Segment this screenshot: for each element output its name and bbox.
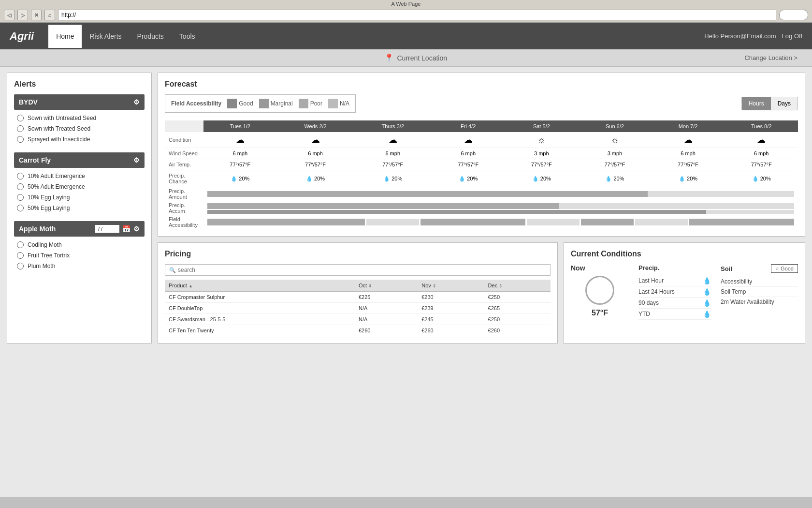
calendar-icon[interactable]: 📅 xyxy=(122,225,130,233)
condition-7: ☁ xyxy=(725,132,798,148)
na-label: N/A xyxy=(340,100,349,107)
logoff-link[interactable]: Log Off xyxy=(782,32,802,40)
list-item: Soil Temp xyxy=(721,287,798,297)
dec-col-header[interactable]: Dec ⇕ xyxy=(484,280,551,292)
bydv-label: BYDV xyxy=(19,98,38,106)
sun-icon: ☼ xyxy=(537,135,546,145)
temp-4: 77°/57°F xyxy=(505,159,579,170)
checkbox-circle[interactable] xyxy=(17,241,24,248)
condition-1: ☁ xyxy=(277,132,354,148)
nav-risk-alerts[interactable]: Risk Alerts xyxy=(82,25,129,48)
nav-tools[interactable]: Tools xyxy=(172,25,203,48)
bydv-header: BYDV ⚙ xyxy=(14,94,145,110)
precip-accum-label: Precip. Accum xyxy=(165,201,203,215)
list-item: 10% Adult Emergence xyxy=(14,171,145,181)
checkbox-circle[interactable] xyxy=(17,183,24,190)
legend-container: Field Accessibility Good Marginal Poor xyxy=(165,94,356,113)
temp-0: 77°/57°F xyxy=(203,159,277,170)
precip-2: 💧 20% xyxy=(354,170,432,187)
checkbox-circle[interactable] xyxy=(17,136,24,143)
list-item: Sown with Treated Seed xyxy=(14,123,145,134)
checkbox-circle[interactable] xyxy=(17,194,24,201)
location-bar: 📍 Current Location Change Location > xyxy=(0,49,812,67)
stop-button[interactable]: ✕ xyxy=(31,10,42,20)
forecast-table: Tues 1/2 Weds 2/2 Thurs 3/2 Fri 4/2 Sat … xyxy=(165,120,798,229)
sidebar-title: Alerts xyxy=(14,80,145,89)
list-item: 50% Adult Emergence xyxy=(14,181,145,192)
dec-price-0: €250 xyxy=(484,292,551,303)
precip-chance-label: Precip. Chance xyxy=(165,170,203,187)
condition-label: Condition xyxy=(165,132,203,148)
conditions-title: Current Conditions xyxy=(571,250,798,258)
checkbox-circle[interactable] xyxy=(17,263,24,269)
radio-icon: ○ xyxy=(775,266,779,271)
weather-circle-icon xyxy=(585,276,614,305)
precip-title: Precip. xyxy=(638,264,711,271)
sidebar: Alerts BYDV ⚙ Sown with Untreated Seed S… xyxy=(7,73,152,344)
air-temp-label: Air Temp. xyxy=(165,159,203,170)
temp-2: 77°/57°F xyxy=(354,159,432,170)
soil-title: Soil xyxy=(721,265,732,272)
temp-7: 77°/57°F xyxy=(725,159,798,170)
precip-amount-label: Precip. Amount xyxy=(165,187,203,201)
pricing-search-input[interactable] xyxy=(178,267,546,273)
list-item: Fruit Tree Tortrix xyxy=(14,250,145,261)
checkbox-circle[interactable] xyxy=(17,173,24,179)
precip-amount-bar xyxy=(203,187,798,201)
marginal-swatch xyxy=(259,99,269,108)
address-bar[interactable] xyxy=(58,10,776,20)
hours-days-toggle: Hours Days xyxy=(741,97,798,110)
last-hour-label: Last Hour xyxy=(638,277,664,284)
drop-icon: 💧 xyxy=(703,299,711,307)
nav-home[interactable]: Home xyxy=(48,25,82,48)
oct-col-header[interactable]: Oct ⇕ xyxy=(355,280,418,292)
dec-price-2: €250 xyxy=(484,314,551,325)
conditions-soil: Soil ○ Good Accessibility Soil Temp xyxy=(721,264,798,320)
dec-price-1: €265 xyxy=(484,303,551,314)
cloud-icon: ☁ xyxy=(236,135,245,145)
item-label: Codling Moth xyxy=(28,241,62,248)
list-item: 50% Egg Laying xyxy=(14,203,145,213)
checkbox-circle[interactable] xyxy=(17,205,24,211)
cloud-icon: ☁ xyxy=(389,135,397,145)
legend-good: Good xyxy=(227,99,253,108)
col-header-2: Thurs 3/2 xyxy=(354,120,432,132)
main-content: Alerts BYDV ⚙ Sown with Untreated Seed S… xyxy=(0,67,812,349)
back-button[interactable]: ◁ xyxy=(4,10,14,20)
checkbox-circle[interactable] xyxy=(17,115,24,121)
browser-search[interactable] xyxy=(779,10,808,20)
col-header-7: Tues 8/2 xyxy=(725,120,798,132)
temp-3: 77°/57°F xyxy=(432,159,505,170)
legend-poor: Poor xyxy=(299,99,322,108)
days-button[interactable]: Days xyxy=(771,97,798,110)
precip-6: 💧 20% xyxy=(652,170,725,187)
conditions-precip: Precip. Last Hour 💧 Last 24 Hours 💧 90 d… xyxy=(638,264,711,320)
apple-moth-date-input[interactable] xyxy=(95,225,119,233)
oct-price-3: €260 xyxy=(355,325,418,336)
wind-2: 6 mph xyxy=(354,148,432,159)
checkbox-circle[interactable] xyxy=(17,252,24,259)
product-name-3: CF Ten Ten Twenty xyxy=(165,325,355,336)
bydv-gear-icon[interactable]: ⚙ xyxy=(133,98,140,106)
home-button[interactable]: ⌂ xyxy=(44,10,55,20)
checkbox-circle[interactable] xyxy=(17,125,24,132)
col-header-0: Tues 1/2 xyxy=(203,120,277,132)
temperature-display: 57°F xyxy=(592,309,608,317)
legend-na: N/A xyxy=(328,99,349,108)
cloud-icon: ☁ xyxy=(464,135,473,145)
carrot-fly-gear-icon[interactable]: ⚙ xyxy=(133,156,140,164)
sort-icon: ⇕ xyxy=(433,284,436,288)
hours-button[interactable]: Hours xyxy=(742,97,771,110)
status-badge: ○ Good xyxy=(771,264,798,273)
product-col-header[interactable]: Product ▲ xyxy=(165,280,355,292)
nov-price-2: €245 xyxy=(418,314,484,325)
nav-products[interactable]: Products xyxy=(130,25,172,48)
apple-moth-gear-icon[interactable]: ⚙ xyxy=(133,225,140,233)
nov-col-header[interactable]: Nov ⇕ xyxy=(418,280,484,292)
list-item: 90 days 💧 xyxy=(638,298,711,309)
wind-1: 6 mph xyxy=(277,148,354,159)
forward-button[interactable]: ▷ xyxy=(17,10,28,20)
na-swatch xyxy=(328,99,338,108)
change-location-button[interactable]: Change Location > xyxy=(744,54,798,61)
item-label: Plum Moth xyxy=(28,263,55,269)
